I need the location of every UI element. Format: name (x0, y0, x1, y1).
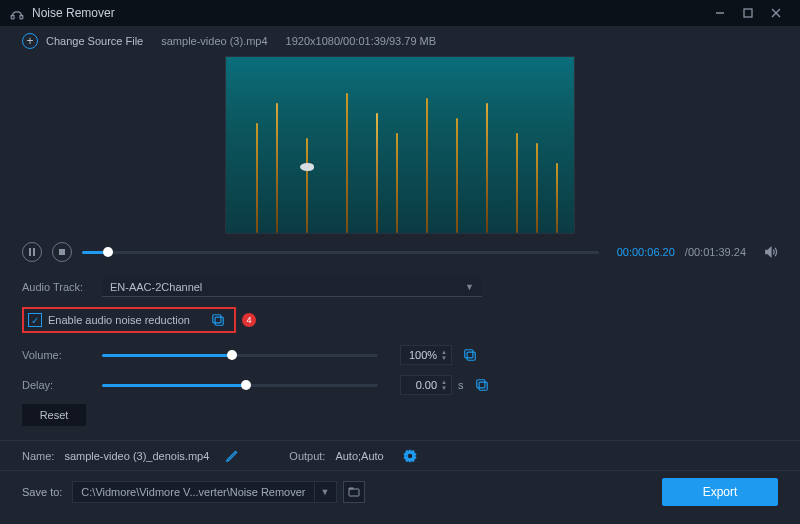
audio-track-row: Audio Track: EN-AAC-2Channel ▼ (22, 274, 778, 300)
source-meta: 1920x1080/00:01:39/93.79 MB (286, 35, 436, 47)
progress-slider[interactable] (82, 251, 599, 254)
reset-label: Reset (40, 409, 69, 421)
svg-rect-8 (59, 249, 65, 255)
volume-apply-icon[interactable] (462, 347, 478, 363)
open-folder-button[interactable] (343, 481, 365, 503)
svg-rect-7 (33, 248, 35, 256)
titlebar: Noise Remover (0, 0, 800, 26)
spinner-arrows-icon: ▲▼ (441, 379, 447, 391)
svg-rect-0 (11, 15, 14, 18)
stop-button[interactable] (52, 242, 72, 262)
delay-value: 0.00 (416, 379, 437, 391)
volume-label: Volume: (22, 349, 102, 361)
source-filename: sample-video (3).mp4 (161, 35, 267, 47)
save-footer: Save to: C:\Vidmore\Vidmore V...verter\N… (0, 470, 800, 512)
noise-reduction-checkbox[interactable]: ✓ (28, 313, 42, 327)
svg-rect-10 (213, 315, 221, 323)
volume-row: Volume: 100% ▲▼ (22, 340, 778, 370)
save-path-dropdown[interactable]: ▼ (315, 481, 337, 503)
audio-track-select[interactable]: EN-AAC-2Channel ▼ (102, 277, 482, 297)
plus-circle-icon: + (22, 33, 38, 49)
app-logo-icon (10, 6, 24, 20)
export-label: Export (703, 485, 738, 499)
export-button[interactable]: Export (662, 478, 778, 506)
change-source-label: Change Source File (46, 35, 143, 47)
volume-slider[interactable] (102, 354, 378, 357)
svg-rect-13 (467, 352, 475, 360)
preview-image (225, 56, 575, 234)
duration: /00:01:39.24 (685, 246, 746, 258)
minimize-button[interactable] (706, 0, 734, 26)
name-label: Name: (22, 450, 54, 462)
svg-rect-18 (349, 489, 359, 496)
svg-marker-9 (766, 247, 771, 256)
save-path-field[interactable]: C:\Vidmore\Vidmore V...verter\Noise Remo… (72, 481, 314, 503)
volume-value: 100% (409, 349, 437, 361)
maximize-button[interactable] (734, 0, 762, 26)
svg-rect-12 (465, 350, 473, 358)
change-source-button[interactable]: + Change Source File (22, 33, 143, 49)
svg-rect-11 (215, 317, 223, 325)
noise-reduction-label: Enable audio noise reduction (48, 314, 190, 326)
current-time: 00:00:06.20 (617, 246, 675, 258)
window-title: Noise Remover (32, 6, 115, 20)
reset-button[interactable]: Reset (22, 404, 86, 426)
svg-rect-15 (479, 382, 487, 390)
output-footer: Name: sample-video (3)_denois.mp4 Output… (0, 440, 800, 470)
noise-reduction-highlight: ✓ Enable audio noise reduction (22, 307, 236, 333)
svg-rect-14 (476, 380, 484, 388)
delay-unit: s (458, 379, 464, 391)
audio-track-label: Audio Track: (22, 281, 102, 293)
output-settings-icon[interactable] (402, 448, 418, 464)
step-badge: 4 (242, 313, 256, 327)
delay-apply-icon[interactable] (474, 377, 490, 393)
output-value: Auto;Auto (335, 450, 383, 462)
close-button[interactable] (762, 0, 790, 26)
output-label: Output: (289, 450, 325, 462)
delay-slider[interactable] (102, 384, 378, 387)
save-to-label: Save to: (22, 486, 62, 498)
spinner-arrows-icon: ▲▼ (441, 349, 447, 361)
delay-row: Delay: 0.00 ▲▼ s (22, 370, 778, 400)
svg-point-17 (407, 453, 412, 458)
save-path-value: C:\Vidmore\Vidmore V...verter\Noise Remo… (81, 486, 305, 498)
svg-rect-3 (744, 9, 752, 17)
delay-spinner[interactable]: 0.00 ▲▼ (400, 375, 452, 395)
svg-rect-1 (20, 15, 23, 18)
transport-controls: 00:00:06.20 /00:01:39.24 (0, 238, 800, 266)
source-bar: + Change Source File sample-video (3).mp… (0, 26, 800, 56)
name-value: sample-video (3)_denois.mp4 (64, 450, 209, 462)
volume-spinner[interactable]: 100% ▲▼ (400, 345, 452, 365)
delay-label: Delay: (22, 379, 102, 391)
volume-icon[interactable] (764, 245, 778, 259)
svg-rect-6 (29, 248, 31, 256)
play-pause-button[interactable] (22, 242, 42, 262)
video-preview (0, 56, 800, 238)
chevron-down-icon: ▼ (465, 282, 474, 292)
audio-track-value: EN-AAC-2Channel (110, 281, 202, 293)
edit-name-icon[interactable] (225, 449, 239, 463)
noise-apply-icon[interactable] (210, 312, 226, 328)
